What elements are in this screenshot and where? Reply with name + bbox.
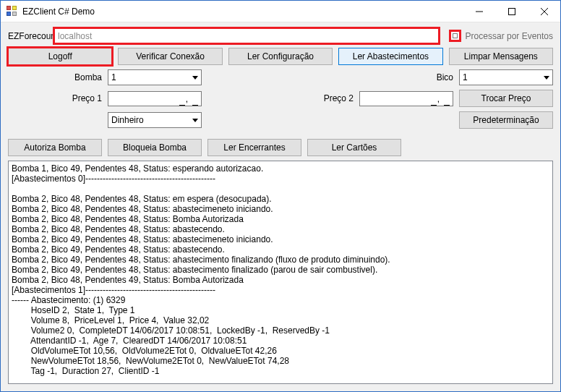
bico-select[interactable]: 1 <box>459 69 553 85</box>
window-controls <box>463 1 560 22</box>
minimize-button[interactable] <box>463 1 495 22</box>
host-row: EZForecourt Processar por Eventos <box>8 28 553 43</box>
events-checkbox-label: Processar por Eventos <box>466 31 553 41</box>
logoff-button[interactable]: Logoff <box>8 48 112 65</box>
client-area: EZForecourt Processar por Eventos Logoff… <box>1 22 560 391</box>
preco2-input[interactable] <box>359 91 453 106</box>
button-row-1: Logoff Verificar Conexão Ler Configuraçã… <box>8 48 553 65</box>
preco2-label: Preço 2 <box>260 93 354 103</box>
predeterminacao-button[interactable]: Predeterminação <box>459 111 553 129</box>
bloqueia-bomba-button[interactable]: Bloqueia Bomba <box>108 139 202 156</box>
log-textarea[interactable]: Bomba 1, Bico 49, Pendentes 48, Status: … <box>8 161 553 384</box>
bico-label: Bico <box>359 72 453 82</box>
svg-rect-1 <box>508 8 515 14</box>
chevron-down-icon <box>544 76 549 80</box>
close-button[interactable] <box>528 1 560 22</box>
autoriza-bomba-button[interactable]: Autoriza Bomba <box>8 139 102 156</box>
host-input[interactable] <box>54 28 439 43</box>
verificar-conexao-button[interactable]: Verificar Conexão <box>118 48 222 65</box>
app-icon <box>7 6 18 17</box>
price-row: Preço 1 Preço 2 Trocar Preço <box>8 90 553 107</box>
preco1-label: Preço 1 <box>8 93 102 103</box>
events-checkbox[interactable] <box>449 30 461 42</box>
ler-cartoes-button[interactable]: Ler Cartões <box>307 139 401 156</box>
titlebar: EZClient C# Demo <box>1 1 560 22</box>
maximize-button[interactable] <box>495 1 528 22</box>
bomba-value: 1 <box>111 72 116 82</box>
button-row-2: Autoriza Bomba Bloqueia Bomba Ler Encerr… <box>8 139 553 156</box>
events-checkbox-wrap: Processar por Eventos <box>449 30 553 42</box>
window-title: EZClient C# Demo <box>22 7 463 17</box>
ler-configuracao-button[interactable]: Ler Configuração <box>228 48 333 65</box>
trocar-preco-button[interactable]: Trocar Preço <box>459 90 553 107</box>
preco1-input[interactable] <box>108 91 202 106</box>
limpar-mensagens-button[interactable]: Limpar Mensagens <box>449 48 553 65</box>
chevron-down-icon <box>192 76 198 80</box>
app-window: EZClient C# Demo EZForecourt Processar p… <box>0 0 561 392</box>
bomba-select[interactable]: 1 <box>108 69 202 85</box>
chevron-down-icon <box>192 119 198 122</box>
pump-row: Bomba 1 Bico 1 <box>8 69 553 85</box>
host-label: EZForecourt <box>8 31 54 41</box>
dinheiro-value: Dinheiro <box>111 115 144 125</box>
bomba-label: Bomba <box>8 72 102 82</box>
ler-abastecimentos-button[interactable]: Ler Abastecimentos <box>338 48 442 65</box>
bico-value: 1 <box>463 72 468 82</box>
ler-encerrantes-button[interactable]: Ler Encerrantes <box>207 139 301 156</box>
dinheiro-select[interactable]: Dinheiro <box>108 112 202 128</box>
pay-row: Dinheiro Predeterminação <box>8 111 553 129</box>
